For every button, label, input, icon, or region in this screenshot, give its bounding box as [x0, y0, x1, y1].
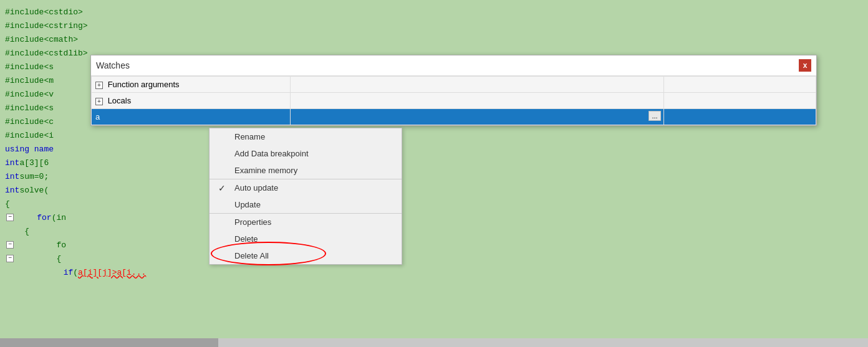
watches-value-locals — [291, 93, 663, 109]
code-line-13: int sum=0; — [0, 169, 868, 183]
code-line-18: − fo — [0, 238, 868, 252]
close-button[interactable]: x — [799, 59, 811, 72]
context-menu-delete-all[interactable]: Delete All — [210, 247, 402, 264]
context-menu-add-data-breakpoint[interactable]: Add Data breakpoint — [210, 145, 402, 162]
watches-name-function-arguments: + Function arguments — [92, 77, 291, 93]
watches-value-function-arguments — [291, 77, 663, 93]
context-menu-examine-memory[interactable]: Examine memory — [210, 162, 402, 179]
watches-row-function-arguments[interactable]: + Function arguments — [92, 77, 816, 93]
watches-title: Watches — [96, 60, 130, 70]
watches-name-a: a — [92, 109, 291, 125]
context-menu-auto-update[interactable]: ✓ Auto update — [210, 179, 402, 196]
context-menu-update[interactable]: Update — [210, 196, 402, 213]
watches-row-locals[interactable]: + Locals — [92, 93, 816, 109]
code-line-3: #include<cmath> — [0, 32, 868, 46]
watches-table: + Function arguments + Locals a — [91, 76, 816, 125]
horizontal-scrollbar[interactable] — [0, 338, 868, 347]
watches-row-a[interactable]: a ... — [92, 109, 816, 125]
watches-type-locals — [663, 93, 816, 109]
context-menu: Rename Add Data breakpoint Examine memor… — [209, 128, 402, 265]
code-line-14: int solve( — [0, 183, 868, 197]
code-line-17: { — [0, 224, 868, 238]
watches-dialog: Watches x + Function arguments + Locals — [90, 55, 817, 126]
expand-icon[interactable]: + — [95, 82, 103, 89]
scrollbar-thumb[interactable] — [0, 338, 218, 347]
context-menu-delete[interactable]: Delete — [210, 231, 402, 247]
watches-name-locals: + Locals — [92, 93, 291, 109]
watches-type-a — [663, 109, 816, 125]
watches-type-function-arguments — [663, 77, 816, 93]
context-menu-properties[interactable]: Properties — [210, 213, 402, 231]
code-line-12: int a[3][6 — [0, 156, 868, 169]
code-line-15: { — [0, 197, 868, 211]
code-line-16: − for(in — [0, 211, 868, 224]
watches-titlebar: Watches x — [91, 55, 816, 76]
code-line-10: #include<i — [0, 128, 868, 142]
watches-value-a: ... — [291, 109, 663, 125]
checkmark-icon: ✓ — [218, 183, 226, 193]
code-line-19: − { — [0, 252, 868, 265]
code-line-1: #include<cstdio> — [0, 5, 868, 19]
code-line-2: #include<cstring> — [0, 19, 868, 32]
code-line-20: if(a[i][j]>a[i... — [0, 265, 868, 279]
code-line-11: using name — [0, 142, 868, 156]
ellipsis-button[interactable]: ... — [649, 111, 660, 121]
expand-icon-locals[interactable]: + — [95, 98, 103, 105]
context-menu-rename[interactable]: Rename — [210, 128, 402, 145]
code-editor: #include<cstdio> #include<cstring> #incl… — [0, 0, 868, 347]
